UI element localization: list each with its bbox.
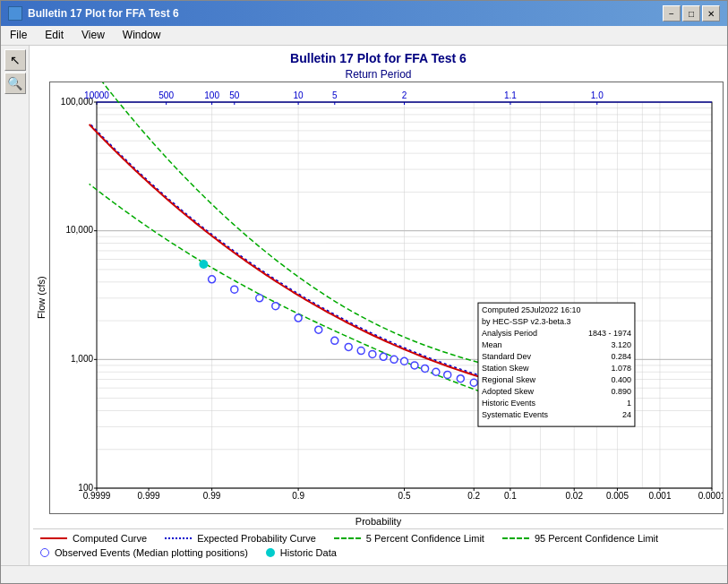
chart-wrapper: Flow (cfs) [33, 82, 724, 514]
legend-historic: Historic Data [266, 547, 337, 558]
legend-area: Computed Curve Expected Probability Curv… [33, 528, 724, 562]
legend-95pct: 95 Percent Confidence Limit [502, 533, 658, 544]
x-axis-label2: Probability [33, 514, 724, 528]
menu-view[interactable]: View [76, 28, 110, 43]
legend-label-observed: Observed Events (Median plotting positio… [55, 547, 248, 558]
pointer-tool[interactable]: ↖ [4, 49, 26, 71]
legend-computed-curve: Computed Curve [40, 533, 147, 544]
maximize-button[interactable]: □ [682, 5, 700, 21]
legend-line-expected [165, 537, 192, 539]
legend-label-95pct: 95 Percent Confidence Limit [535, 533, 658, 544]
main-content: ↖ 🔍 Bulletin 17 Plot for FFA Test 6 Retu… [1, 46, 727, 565]
legend-label-expected: Expected Probability Curve [197, 533, 316, 544]
chart-canvas [50, 82, 723, 513]
window-title: Bulletin 17 Plot for FFA Test 6 [28, 7, 179, 20]
toolbar: ↖ 🔍 [1, 46, 30, 565]
legend-observed: Observed Events (Median plotting positio… [40, 547, 248, 558]
title-bar-left: Bulletin 17 Plot for FFA Test 6 [8, 6, 179, 21]
legend-label-computed: Computed Curve [73, 533, 147, 544]
menu-file[interactable]: File [4, 28, 32, 43]
menu-edit[interactable]: Edit [39, 28, 69, 43]
chart-x-label: Return Period [33, 67, 724, 82]
chart-title: Bulletin 17 Plot for FFA Test 6 [33, 49, 724, 67]
chart-area: Bulletin 17 Plot for FFA Test 6 Return P… [30, 46, 727, 565]
legend-expected-prob: Expected Probability Curve [165, 533, 316, 544]
status-bar [1, 565, 727, 583]
window-controls: − □ ✕ [663, 5, 720, 21]
title-bar: Bulletin 17 Plot for FFA Test 6 − □ ✕ [1, 1, 727, 26]
chart-inner [49, 82, 724, 514]
app-icon [8, 6, 22, 21]
legend-line-5pct [334, 537, 361, 539]
legend-dot-historic [266, 548, 275, 557]
zoom-tool[interactable]: 🔍 [4, 73, 26, 94]
legend-line-computed [40, 537, 67, 539]
legend-5pct: 5 Percent Confidence Limit [334, 533, 484, 544]
legend-circle-observed [40, 548, 49, 557]
menu-bar: File Edit View Window [1, 26, 727, 46]
minimize-button[interactable]: − [663, 5, 681, 21]
legend-label-historic: Historic Data [280, 547, 337, 558]
legend-label-5pct: 5 Percent Confidence Limit [366, 533, 484, 544]
menu-window[interactable]: Window [117, 28, 167, 43]
y-axis-label: Flow (cfs) [33, 82, 49, 514]
legend-line-95pct [502, 537, 529, 539]
close-button[interactable]: ✕ [702, 5, 720, 21]
main-window: Bulletin 17 Plot for FFA Test 6 − □ ✕ Fi… [0, 0, 728, 584]
